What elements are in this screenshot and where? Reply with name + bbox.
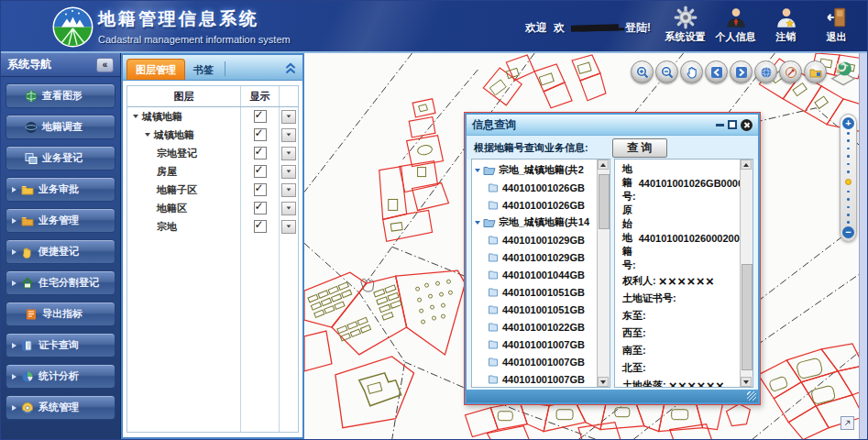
tree-item[interactable]: 440101001029GB — [475, 248, 596, 266]
zoom-level-dot[interactable] — [847, 163, 850, 166]
previous-extent-button[interactable] — [705, 60, 728, 83]
tab-bookmarks[interactable]: 书签 — [185, 60, 222, 80]
sidebar-item-card-query[interactable]: 证卡查询 — [5, 333, 115, 358]
layer-caret-icon[interactable] — [133, 115, 138, 118]
zoom-level-dot[interactable] — [847, 139, 850, 142]
zoom-level-dot[interactable] — [847, 206, 850, 209]
layer-row[interactable]: 城镇地籍 — [127, 107, 298, 126]
map-search-button[interactable] — [829, 58, 857, 86]
query-button[interactable]: 查 询 — [612, 138, 667, 158]
scroll-up-icon[interactable] — [598, 160, 609, 170]
layer-visible-checkbox[interactable] — [254, 183, 267, 196]
sidebar-item-business-register[interactable]: 业务登记 — [5, 146, 115, 170]
zoom-slider[interactable]: + − — [840, 114, 857, 242]
sidebar-item-system-manage[interactable]: 系统管理 — [5, 395, 115, 420]
tree-scroll-thumb[interactable] — [599, 174, 610, 229]
zoom-in-button[interactable] — [631, 60, 654, 83]
layer-options-dropdown[interactable] — [281, 202, 296, 215]
layer-row[interactable]: 房屋 — [127, 162, 298, 181]
tree-item[interactable]: 440101001051GB — [475, 301, 596, 318]
zoom-level-dot[interactable] — [847, 170, 850, 173]
layer-row[interactable]: 宗地 — [127, 217, 298, 236]
tree-caret-icon[interactable] — [475, 221, 480, 225]
tree-caret-icon[interactable] — [475, 169, 480, 172]
sidebar-item-stats-analysis[interactable]: 统计分析 — [5, 364, 115, 389]
tree-item[interactable]: 440101001007GB — [475, 336, 596, 353]
zoom-level-dot[interactable] — [847, 132, 850, 135]
layer-options-dropdown[interactable] — [281, 110, 296, 124]
sidebar-item-business-manage[interactable]: 业务管理 — [5, 208, 115, 233]
layer-visible-checkbox[interactable] — [254, 220, 267, 233]
zoom-level-dot[interactable] — [847, 155, 850, 158]
layer-options-dropdown[interactable] — [281, 183, 296, 197]
system-settings-button[interactable]: 系统设置 — [660, 6, 710, 44]
right-dock-strip[interactable] — [859, 53, 867, 439]
layer-options-dropdown[interactable] — [281, 165, 296, 179]
details-scrollbar[interactable] — [740, 160, 753, 387]
layer-options-dropdown[interactable] — [281, 147, 296, 160]
tab-layer-manage[interactable]: 图层管理 — [126, 59, 185, 80]
dialog-titlebar[interactable]: 信息查询 — [467, 115, 758, 136]
sidebar-item-label: 证卡查询 — [38, 338, 79, 352]
zoom-level-dot[interactable] — [847, 214, 850, 216]
sidebar-item-view-graphics[interactable]: 查看图形 — [5, 83, 115, 108]
minimize-button[interactable] — [716, 124, 724, 126]
logout-user-button[interactable]: 注销 — [761, 6, 811, 44]
tree-item[interactable]: 440101001026GB — [475, 179, 596, 196]
pan-button[interactable] — [680, 60, 703, 83]
layer-row[interactable]: 地籍子区 — [127, 181, 298, 199]
layer-caret-icon[interactable] — [145, 133, 150, 137]
sidebar-item-house-split-register[interactable]: 住宅分割登记 — [5, 270, 115, 295]
next-extent-button[interactable] — [730, 60, 753, 83]
sidebar-item-quick-register[interactable]: 便捷登记 — [5, 239, 115, 264]
zoom-level-dot[interactable] — [847, 221, 850, 224]
full-extent-button[interactable] — [754, 60, 777, 83]
layer-row[interactable]: 宗地登记 — [127, 144, 298, 162]
tree-group[interactable]: 宗地_城镇地籍(共14 — [475, 214, 596, 231]
zoom-out-button[interactable] — [655, 60, 678, 83]
scroll-down-icon[interactable] — [741, 377, 752, 387]
zoom-level-dot[interactable] — [847, 148, 850, 150]
tree-item[interactable]: 440101001051GB — [475, 283, 596, 301]
exit-button[interactable]: 退出 — [811, 6, 862, 44]
layer-visible-checkbox[interactable] — [254, 128, 267, 141]
personal-info-button[interactable]: 个人信息 — [710, 6, 761, 44]
detail-row: 地籍号:440101001026GB00002 — [622, 162, 738, 204]
collapse-layers-icon[interactable] — [282, 61, 299, 76]
maximize-button[interactable] — [728, 120, 737, 129]
details-scroll-thumb[interactable] — [742, 264, 753, 370]
sidebar-item-export-index[interactable]: 导出指标 — [5, 302, 115, 326]
layer-options-dropdown[interactable] — [281, 128, 296, 142]
scroll-up-icon[interactable] — [741, 160, 752, 170]
layer-visible-checkbox[interactable] — [254, 110, 267, 123]
layer-visible-checkbox[interactable] — [254, 202, 267, 214]
tree-scrollbar[interactable] — [597, 160, 610, 387]
close-button[interactable] — [741, 119, 753, 131]
tree-item[interactable]: 440101001044GB — [475, 266, 596, 283]
data-folder-button[interactable] — [804, 60, 827, 83]
tree-group[interactable]: 宗地_城镇地籍(共2 — [475, 161, 596, 179]
measure-button[interactable] — [779, 60, 802, 83]
restore-window-button[interactable] — [841, 416, 854, 430]
layer-options-dropdown[interactable] — [281, 220, 296, 234]
tree-item[interactable]: 440101001007GB — [475, 370, 596, 388]
resize-grip[interactable] — [747, 391, 756, 401]
tree-item[interactable]: 440101001022GB — [475, 318, 596, 336]
layer-visible-checkbox[interactable] — [254, 147, 267, 160]
sidebar-item-business-approval[interactable]: 业务审批 — [5, 177, 115, 202]
zoom-current-level-dot[interactable] — [845, 179, 852, 185]
zoom-level-dot[interactable] — [847, 198, 850, 201]
tree-item[interactable]: 440101001007GB — [475, 353, 596, 370]
tree-item[interactable]: 440101001029GB — [475, 231, 596, 248]
layer-row[interactable]: 地籍区 — [127, 199, 298, 217]
tree-item[interactable]: 440101001026GB — [475, 196, 596, 214]
layer-visible-checkbox[interactable] — [254, 165, 267, 178]
zoom-slider-track[interactable] — [845, 129, 852, 226]
zoom-level-dot[interactable] — [847, 191, 850, 193]
scroll-down-icon[interactable] — [598, 377, 609, 387]
zoom-slider-minus-button[interactable]: − — [842, 226, 854, 238]
sidebar-item-cadastral-survey[interactable]: 地籍调查 — [5, 115, 115, 139]
sidebar-collapse-button[interactable]: « — [96, 58, 114, 72]
layer-row[interactable]: 城镇地籍 — [127, 126, 298, 144]
zoom-slider-plus-button[interactable]: + — [842, 117, 854, 129]
